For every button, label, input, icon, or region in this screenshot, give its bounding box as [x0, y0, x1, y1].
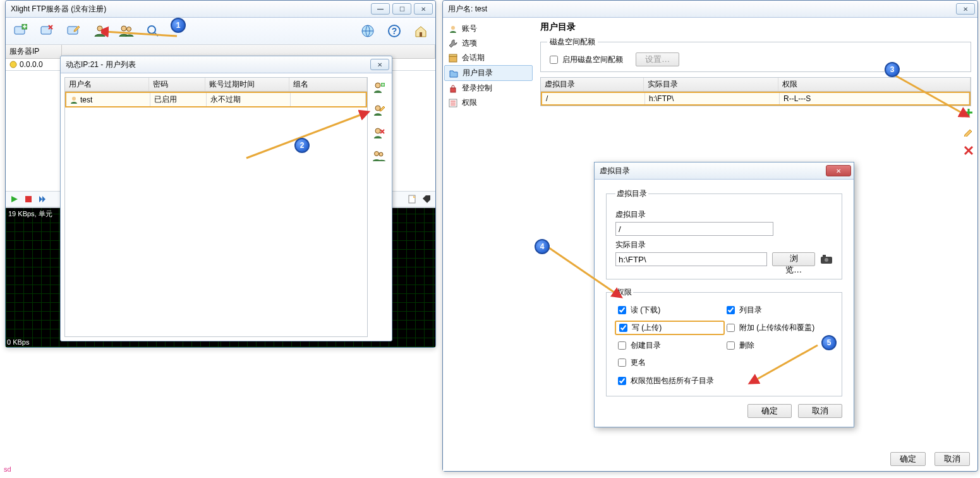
delete-dir-button[interactable]: [962, 144, 975, 157]
row-username: test: [80, 95, 92, 104]
sidebar-item-userdir[interactable]: 用户目录: [444, 65, 533, 81]
globe-button[interactable]: [357, 20, 378, 42]
col-perm: 权限: [778, 78, 971, 91]
graph-top-label: 19 KBps, 单元: [7, 209, 54, 219]
dir-table: 虚拟目录 实际目录 权限 / h:\FTP\ R--L---S: [540, 77, 971, 106]
sidebar-item-login[interactable]: 登录控制: [444, 81, 533, 95]
settings-sidebar: 账号 选项 会话期 用户目录 登录控制 权限: [443, 18, 534, 471]
server-x-icon: [40, 24, 54, 38]
quota-enable-checkbox[interactable]: 启用磁盘空间配额: [547, 54, 623, 66]
vdlg-ok-button[interactable]: 确定: [747, 404, 792, 418]
search-icon: [146, 24, 160, 38]
sidebar-item-perm[interactable]: 权限: [444, 95, 533, 110]
col-group: 组名: [289, 78, 367, 91]
home-icon: [414, 24, 428, 38]
max-button[interactable]: [392, 3, 411, 15]
perm-legend: 权限: [615, 287, 633, 298]
search-button[interactable]: [142, 20, 164, 42]
remove-server-button[interactable]: [36, 20, 57, 42]
col-password: 密码: [149, 78, 205, 91]
perm-list[interactable]: 列目录: [724, 304, 833, 316]
svg-rect-23: [449, 56, 457, 62]
camera-icon[interactable]: [820, 254, 833, 264]
quota-legend: 磁盘空间配额: [547, 37, 598, 47]
user-button[interactable]: [89, 20, 111, 42]
edit-user-button[interactable]: [372, 104, 386, 118]
user-row[interactable]: test 已启用 永不过期: [65, 92, 367, 107]
userlist-close-button[interactable]: [370, 59, 389, 70]
perm-write[interactable]: 写 (上传): [615, 321, 724, 334]
svg-point-6: [127, 27, 131, 32]
note-button[interactable]: [408, 194, 418, 204]
userprops-cancel-button[interactable]: 取消: [935, 452, 970, 466]
home-button[interactable]: [410, 20, 432, 42]
play-button[interactable]: [9, 194, 20, 204]
tag-button[interactable]: [421, 194, 432, 204]
perm-rename[interactable]: 更名: [615, 357, 724, 369]
globe-icon: [361, 24, 375, 38]
virtual-dir-dialog: 虚拟目录 虚拟目录 虚拟目录 实际目录 浏览… 权限 读 (下载) 列: [594, 162, 854, 427]
perm-recurse[interactable]: 权限范围包括所有子目录: [615, 375, 833, 387]
box-icon: [448, 53, 458, 63]
vdlg-path-fieldset: 虚拟目录 虚拟目录 实际目录 浏览…: [606, 188, 842, 279]
sidebar-label-userdir: 用户目录: [463, 68, 493, 78]
sidebar-item-account[interactable]: 账号: [444, 21, 533, 36]
users-button[interactable]: [116, 20, 137, 42]
account-icon: [448, 24, 458, 34]
main-toolbar: ?: [6, 18, 435, 45]
row-group: [291, 93, 366, 106]
userprops-close-button[interactable]: [956, 3, 975, 15]
rpath-input[interactable]: [615, 252, 767, 266]
stop-button[interactable]: [23, 194, 33, 204]
vdlg-cancel-button[interactable]: 取消: [798, 404, 842, 418]
sidebar-label-options: 选项: [462, 38, 477, 49]
cell-rpath: h:\FTP\: [645, 93, 780, 104]
help-button[interactable]: ?: [384, 20, 405, 42]
perm-fieldset: 权限 读 (下载) 列目录 写 (上传) 附加 (上传续传和覆盖) 创建目录 删…: [606, 287, 842, 396]
browse-button[interactable]: 浏览…: [772, 252, 815, 266]
quota-settings-button[interactable]: 设置…: [636, 52, 679, 66]
main-title: Xlight FTP服务器 (没有注册): [11, 4, 371, 15]
min-button[interactable]: [371, 3, 390, 15]
svg-point-18: [375, 106, 380, 111]
lock-icon: [448, 83, 458, 94]
edit-dir-button[interactable]: [962, 125, 975, 138]
perm-append[interactable]: 附加 (上传续传和覆盖): [724, 321, 833, 334]
quota-enable-label: 启用磁盘空间配额: [562, 54, 623, 65]
perm-read[interactable]: 读 (下载): [615, 304, 724, 316]
vdlg-title: 虚拟目录: [600, 166, 826, 176]
row-expire: 永不过期: [207, 93, 291, 106]
edit-server-button[interactable]: [63, 20, 84, 42]
close-button[interactable]: [414, 3, 433, 15]
delete-user-button[interactable]: [372, 126, 386, 140]
sidebar-item-options[interactable]: 选项: [444, 36, 533, 51]
vdlg-close-button[interactable]: [826, 165, 851, 176]
cell-vpath: /: [542, 93, 645, 104]
userlist-table: 用户名 密码 账号过期时间 组名 test 已启用 永不过期: [64, 77, 368, 337]
userprops-ok-button[interactable]: 确定: [890, 452, 926, 466]
bulb-icon: [9, 61, 17, 68]
server-pencil-icon: [66, 24, 80, 38]
copy-user-button[interactable]: [372, 149, 386, 163]
add-dir-button[interactable]: [962, 106, 975, 119]
add-user-button[interactable]: [372, 81, 386, 95]
add-server-button[interactable]: [9, 20, 31, 42]
perm-mkdir[interactable]: 创建目录: [615, 340, 724, 352]
svg-point-5: [121, 26, 126, 31]
user-list-dialog: 动态IP:21 - 用户列表 用户名 密码 账号过期时间 组名 test 已启用…: [60, 56, 392, 341]
forward-button[interactable]: [37, 194, 47, 204]
svg-rect-13: [25, 196, 32, 202]
userprops-titlebar: 用户名: test: [443, 1, 977, 18]
user-icon: [93, 24, 107, 38]
perm-delete[interactable]: 删除: [724, 340, 833, 352]
folder-icon: [449, 68, 459, 78]
checklist-icon: [448, 98, 458, 108]
dir-row[interactable]: / h:\FTP\ R--L---S: [541, 92, 971, 106]
help-icon: ?: [387, 24, 401, 38]
sidebar-item-sessions[interactable]: 会话期: [444, 51, 533, 65]
col-rpath: 实际目录: [644, 78, 778, 91]
vpath-input[interactable]: [615, 222, 773, 236]
quota-enable-input[interactable]: [550, 56, 558, 64]
svg-rect-25: [451, 88, 456, 92]
dir-tools: [962, 106, 975, 157]
